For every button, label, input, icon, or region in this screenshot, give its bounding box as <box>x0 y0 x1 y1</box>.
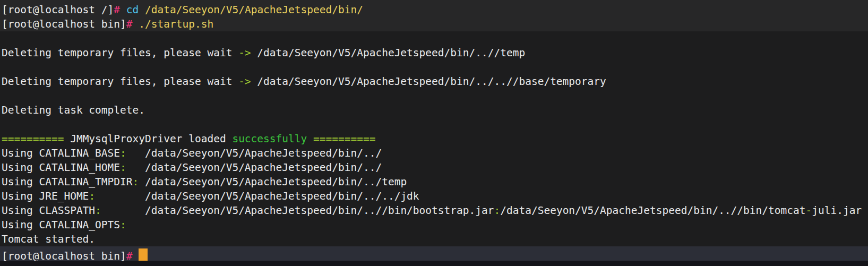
output-driver-loaded: ========== JMMysqlProxyDriver loaded suc… <box>2 132 868 146</box>
text-segment: Using CATALINA_HOME <box>2 161 120 174</box>
text-segment: /data/Seeyon/V5/ApacheJetspeed/bin/../..… <box>251 75 606 88</box>
prompt-command-startup: [root@localhost bin]# ./startup.sh <box>2 17 868 31</box>
text-segment: ========== <box>2 133 64 145</box>
text-segment: # <box>126 18 133 30</box>
text-segment: /data/Seeyon/V5/ApacheJetspeed/bin/..//t… <box>251 47 526 59</box>
text-segment: juli.jar <box>812 204 862 217</box>
output-catalina-base: Using CATALINA_BASE: /data/Seeyon/V5/Apa… <box>2 146 868 160</box>
text-segment: : <box>133 176 139 188</box>
text-segment: : <box>120 219 126 231</box>
prompt-current: [root@localhost bin]# <box>0 246 868 261</box>
blank-line <box>2 60 868 74</box>
output-deleting-complete: Deleting task complete. <box>2 103 868 117</box>
text-segment: ========== <box>313 133 375 145</box>
text-segment <box>120 4 126 16</box>
text-segment <box>139 4 145 16</box>
output-deleting-temp-1: Deleting temporary files, please wait ->… <box>2 46 868 60</box>
text-segment: : <box>89 190 95 202</box>
output-catalina-opts: Using CATALINA_OPTS: <box>2 218 868 232</box>
text-segment: /data/Seeyon/V5/ApacheJetspeed/bin/../ <box>126 161 382 174</box>
text-segment: /data/Seeyon/V5/ApacheJetspeed/bin/..//b… <box>101 204 494 217</box>
text-segment: : <box>95 204 101 217</box>
text-segment: successfully <box>232 133 307 145</box>
text-segment: /data/Seeyon/V5/ApacheJetspeed/bin/../..… <box>95 190 419 202</box>
text-segment <box>133 250 139 261</box>
text-segment: : <box>120 147 126 159</box>
text-segment: Deleting task complete. <box>2 104 145 116</box>
text-segment: -> <box>238 47 251 59</box>
bottom-strip <box>0 261 868 266</box>
terminal-output: [root@localhost /]# cd /data/Seeyon/V5/A… <box>0 0 868 261</box>
text-segment: Tomcat started. <box>2 233 95 245</box>
blank-line <box>2 117 868 132</box>
text-segment: /data/Seeyon/V5/ApacheJetspeed/bin/../ <box>126 147 382 159</box>
text-segment: [root@localhost bin] <box>2 250 126 261</box>
text-segment: : <box>120 161 126 174</box>
text-segment <box>133 18 139 30</box>
text-segment: [root@localhost /] <box>2 4 114 16</box>
text-segment: [root@localhost bin] <box>2 18 126 30</box>
text-segment: Using CATALINA_OPTS <box>2 219 120 231</box>
text-segment: - <box>806 204 812 217</box>
text-segment: : <box>494 204 500 217</box>
text-segment: Deleting temporary files, please wait <box>2 75 238 88</box>
text-segment: -> <box>238 75 251 88</box>
blank-line <box>2 89 868 103</box>
output-deleting-temp-2: Deleting temporary files, please wait ->… <box>2 74 868 89</box>
text-segment: Using JRE_HOME <box>2 190 89 202</box>
text-segment: # <box>126 250 133 261</box>
text-segment: Deleting temporary files, please wait <box>2 47 238 59</box>
terminal-screen[interactable]: [ ] [root@localhost /]# cd /data/Seeyon/… <box>0 0 868 261</box>
output-jre-home: Using JRE_HOME: /data/Seeyon/V5/ApacheJe… <box>2 189 868 203</box>
text-segment: /data/Seeyon/V5/ApacheJetspeed/bin/..//b… <box>500 204 805 217</box>
text-segment: Using CATALINA_TMPDIR <box>2 176 133 188</box>
text-segment: cd <box>126 4 139 16</box>
prompt-command-cd: [root@localhost /]# cd /data/Seeyon/V5/A… <box>2 3 868 17</box>
text-segment: Using CATALINA_BASE <box>2 147 120 159</box>
text-segment: # <box>114 4 120 16</box>
output-catalina-home: Using CATALINA_HOME: /data/Seeyon/V5/Apa… <box>2 160 868 175</box>
terminal-cursor <box>139 248 148 261</box>
text-segment: Using CLASSPATH <box>2 204 95 217</box>
text-segment: /data/Seeyon/V5/ApacheJetspeed/bin/../te… <box>139 176 407 188</box>
output-tomcat-started: Tomcat started. <box>2 232 868 246</box>
text-segment: ./startup.sh <box>139 18 213 30</box>
blank-line <box>2 31 868 46</box>
text-segment: JMMysqlProxyDriver loaded <box>64 133 232 145</box>
output-catalina-tmpdir: Using CATALINA_TMPDIR: /data/Seeyon/V5/A… <box>2 175 868 189</box>
output-classpath: Using CLASSPATH: /data/Seeyon/V5/ApacheJ… <box>2 203 868 218</box>
text-segment <box>307 133 313 145</box>
text-segment: /data/Seeyon/V5/ApacheJetspeed/bin/ <box>145 4 363 16</box>
